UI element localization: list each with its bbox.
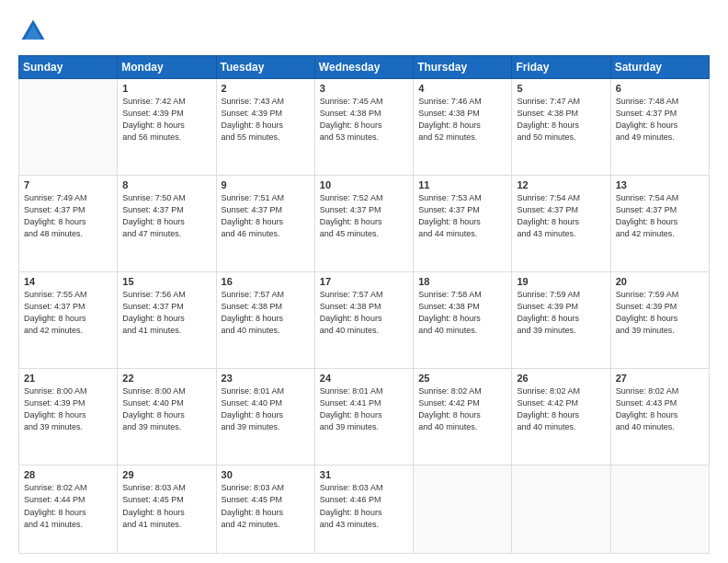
day-number: 9 [222,179,310,190]
calendar-cell: 16Sunrise: 7:57 AM Sunset: 4:38 PM Dayli… [216,272,314,369]
day-info: Sunrise: 8:03 AM Sunset: 4:45 PM Dayligh… [122,482,210,530]
day-number: 26 [517,373,605,384]
calendar-week-2: 7Sunrise: 7:49 AM Sunset: 4:37 PM Daylig… [19,176,710,272]
calendar-cell: 29Sunrise: 8:03 AM Sunset: 4:45 PM Dayli… [118,465,216,554]
day-info: Sunrise: 7:43 AM Sunset: 4:39 PM Dayligh… [222,96,310,144]
day-info: Sunrise: 7:54 AM Sunset: 4:37 PM Dayligh… [517,192,605,240]
calendar-cell: 10Sunrise: 7:52 AM Sunset: 4:37 PM Dayli… [314,176,413,272]
logo [18,17,51,46]
column-header-tuesday: Tuesday [216,56,314,79]
day-info: Sunrise: 7:55 AM Sunset: 4:37 PM Dayligh… [24,289,112,337]
day-number: 21 [24,373,112,384]
day-number: 19 [517,276,605,287]
day-number: 5 [517,83,605,94]
day-number: 22 [122,373,210,384]
day-number: 10 [320,179,408,190]
calendar-cell: 21Sunrise: 8:00 AM Sunset: 4:39 PM Dayli… [19,369,118,465]
calendar-cell: 1Sunrise: 7:42 AM Sunset: 4:39 PM Daylig… [118,79,216,176]
day-number: 14 [24,276,112,287]
calendar-cell: 20Sunrise: 7:59 AM Sunset: 4:39 PM Dayli… [610,272,709,369]
calendar-cell: 17Sunrise: 7:57 AM Sunset: 4:38 PM Dayli… [314,272,413,369]
day-number: 31 [320,469,408,480]
day-info: Sunrise: 7:59 AM Sunset: 4:39 PM Dayligh… [616,289,704,337]
calendar-cell: 15Sunrise: 7:56 AM Sunset: 4:37 PM Dayli… [118,272,216,369]
day-info: Sunrise: 8:02 AM Sunset: 4:42 PM Dayligh… [418,385,506,433]
day-info: Sunrise: 7:50 AM Sunset: 4:37 PM Dayligh… [122,192,210,240]
calendar-cell: 14Sunrise: 7:55 AM Sunset: 4:37 PM Dayli… [19,272,118,369]
day-info: Sunrise: 7:49 AM Sunset: 4:37 PM Dayligh… [24,192,112,240]
calendar-week-3: 14Sunrise: 7:55 AM Sunset: 4:37 PM Dayli… [19,272,710,369]
column-header-saturday: Saturday [610,56,709,79]
calendar-cell: 26Sunrise: 8:02 AM Sunset: 4:42 PM Dayli… [512,369,610,465]
calendar-cell: 12Sunrise: 7:54 AM Sunset: 4:37 PM Dayli… [512,176,610,272]
day-number: 6 [616,83,704,94]
day-info: Sunrise: 8:00 AM Sunset: 4:39 PM Dayligh… [24,385,112,433]
day-number: 2 [222,83,310,94]
column-header-friday: Friday [512,56,610,79]
day-info: Sunrise: 7:57 AM Sunset: 4:38 PM Dayligh… [320,289,408,337]
day-info: Sunrise: 7:59 AM Sunset: 4:39 PM Dayligh… [517,289,605,337]
calendar-table: SundayMondayTuesdayWednesdayThursdayFrid… [18,55,710,554]
day-info: Sunrise: 8:03 AM Sunset: 4:46 PM Dayligh… [320,482,408,530]
day-info: Sunrise: 7:47 AM Sunset: 4:38 PM Dayligh… [517,96,605,144]
day-number: 24 [320,373,408,384]
logo-icon [18,17,48,46]
calendar-cell [512,465,610,554]
calendar-week-1: 1Sunrise: 7:42 AM Sunset: 4:39 PM Daylig… [19,79,710,176]
calendar-cell: 11Sunrise: 7:53 AM Sunset: 4:37 PM Dayli… [414,176,512,272]
calendar-cell: 22Sunrise: 8:00 AM Sunset: 4:40 PM Dayli… [118,369,216,465]
calendar-cell: 4Sunrise: 7:46 AM Sunset: 4:38 PM Daylig… [414,79,512,176]
day-number: 18 [418,276,506,287]
day-info: Sunrise: 8:01 AM Sunset: 4:41 PM Dayligh… [320,385,408,433]
day-info: Sunrise: 7:48 AM Sunset: 4:37 PM Dayligh… [616,96,704,144]
day-number: 16 [222,276,310,287]
day-number: 8 [122,179,210,190]
day-number: 1 [122,83,210,94]
column-header-monday: Monday [118,56,216,79]
calendar-cell: 7Sunrise: 7:49 AM Sunset: 4:37 PM Daylig… [19,176,118,272]
calendar-cell: 3Sunrise: 7:45 AM Sunset: 4:38 PM Daylig… [314,79,413,176]
calendar-cell: 28Sunrise: 8:02 AM Sunset: 4:44 PM Dayli… [19,465,118,554]
calendar-cell [19,79,118,176]
calendar-week-4: 21Sunrise: 8:00 AM Sunset: 4:39 PM Dayli… [19,369,710,465]
calendar-week-5: 28Sunrise: 8:02 AM Sunset: 4:44 PM Dayli… [19,465,710,554]
day-number: 20 [616,276,704,287]
day-number: 17 [320,276,408,287]
header [18,17,710,46]
day-number: 30 [222,469,310,480]
column-header-thursday: Thursday [414,56,512,79]
day-info: Sunrise: 7:58 AM Sunset: 4:38 PM Dayligh… [418,289,506,337]
calendar-cell [610,465,709,554]
page: SundayMondayTuesdayWednesdayThursdayFrid… [0,0,728,563]
calendar-cell: 5Sunrise: 7:47 AM Sunset: 4:38 PM Daylig… [512,79,610,176]
day-info: Sunrise: 7:54 AM Sunset: 4:37 PM Dayligh… [616,192,704,240]
day-number: 29 [122,469,210,480]
column-header-sunday: Sunday [19,56,118,79]
calendar-cell: 25Sunrise: 8:02 AM Sunset: 4:42 PM Dayli… [414,369,512,465]
calendar-cell: 27Sunrise: 8:02 AM Sunset: 4:43 PM Dayli… [610,369,709,465]
calendar-cell: 2Sunrise: 7:43 AM Sunset: 4:39 PM Daylig… [216,79,314,176]
calendar-cell: 18Sunrise: 7:58 AM Sunset: 4:38 PM Dayli… [414,272,512,369]
day-number: 28 [24,469,112,480]
day-info: Sunrise: 7:42 AM Sunset: 4:39 PM Dayligh… [122,96,210,144]
calendar-cell: 6Sunrise: 7:48 AM Sunset: 4:37 PM Daylig… [610,79,709,176]
calendar-cell: 30Sunrise: 8:03 AM Sunset: 4:45 PM Dayli… [216,465,314,554]
calendar-cell: 23Sunrise: 8:01 AM Sunset: 4:40 PM Dayli… [216,369,314,465]
day-number: 4 [418,83,506,94]
day-number: 27 [616,373,704,384]
day-info: Sunrise: 7:45 AM Sunset: 4:38 PM Dayligh… [320,96,408,144]
day-info: Sunrise: 7:53 AM Sunset: 4:37 PM Dayligh… [418,192,506,240]
day-info: Sunrise: 7:52 AM Sunset: 4:37 PM Dayligh… [320,192,408,240]
day-number: 11 [418,179,506,190]
day-number: 23 [222,373,310,384]
day-info: Sunrise: 8:02 AM Sunset: 4:43 PM Dayligh… [616,385,704,433]
calendar-cell: 9Sunrise: 7:51 AM Sunset: 4:37 PM Daylig… [216,176,314,272]
calendar-cell [414,465,512,554]
calendar-cell: 19Sunrise: 7:59 AM Sunset: 4:39 PM Dayli… [512,272,610,369]
day-info: Sunrise: 7:57 AM Sunset: 4:38 PM Dayligh… [222,289,310,337]
calendar-cell: 13Sunrise: 7:54 AM Sunset: 4:37 PM Dayli… [610,176,709,272]
day-number: 7 [24,179,112,190]
calendar-cell: 8Sunrise: 7:50 AM Sunset: 4:37 PM Daylig… [118,176,216,272]
day-info: Sunrise: 8:02 AM Sunset: 4:44 PM Dayligh… [24,482,112,530]
day-info: Sunrise: 8:01 AM Sunset: 4:40 PM Dayligh… [222,385,310,433]
